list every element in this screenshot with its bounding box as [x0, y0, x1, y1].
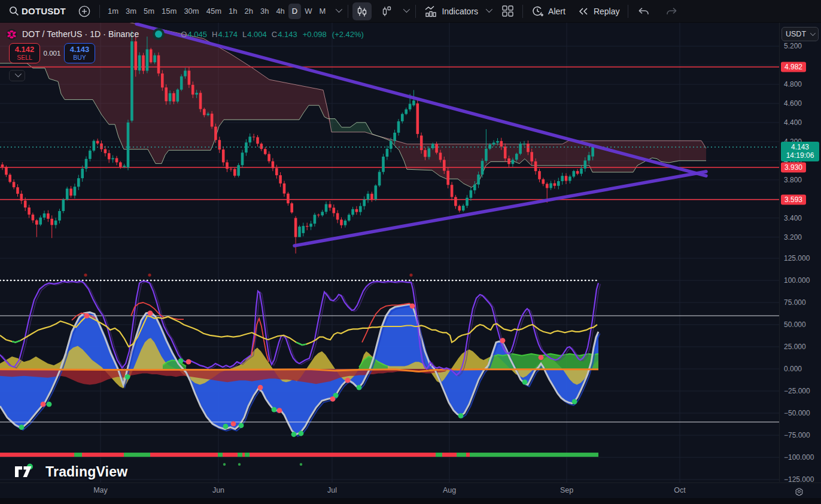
price-level-label: 3.593	[781, 194, 806, 204]
timeframe-1m[interactable]: 1m	[104, 4, 122, 19]
sell-button[interactable]: 4.142 SELL	[9, 43, 40, 63]
timeframe-1h[interactable]: 1h	[225, 4, 241, 19]
chart-style-candles-button[interactable]	[352, 2, 372, 20]
osc-tick: 100.000	[784, 276, 810, 285]
timeframe-menu-button[interactable]	[329, 3, 343, 20]
timeframe-W[interactable]: W	[301, 4, 315, 19]
chart-area[interactable]: USDT 5.2005.0004.8004.6004.4004.2004.000…	[0, 23, 821, 504]
toolbar-separator	[628, 5, 628, 18]
watermark-text: TradingView	[45, 464, 127, 480]
squeeze-strip	[0, 453, 598, 457]
symbol-search-button[interactable]: DOTUSDT	[5, 3, 72, 20]
redo-button[interactable]	[661, 3, 683, 20]
change-value: +0.098	[303, 30, 327, 39]
order-panel: 4.142 SELL 0.001 4.143 BUY	[9, 43, 95, 63]
timeframe-4h[interactable]: 4h	[272, 4, 288, 19]
replay-rewind-icon	[577, 6, 589, 17]
toolbar-separator	[348, 5, 348, 18]
price-level-label: 4.982	[781, 62, 806, 72]
ohlc-open: O4.045	[181, 30, 207, 39]
time-label-Jul: Jul	[327, 486, 337, 494]
search-icon	[9, 6, 19, 16]
collapse-panel-button[interactable]	[9, 70, 25, 81]
timeframe-D[interactable]: D	[288, 4, 301, 19]
time-label-Jun: Jun	[212, 486, 224, 494]
polkadot-logo-icon	[6, 29, 17, 40]
ohlc-low: L4.004	[242, 30, 267, 39]
open-value: 4.045	[187, 30, 207, 39]
replay-label: Replay	[594, 7, 620, 16]
price-tick: 5.200	[784, 42, 802, 50]
spread-value: 0.001	[40, 50, 64, 57]
buy-button[interactable]: 4.143 BUY	[64, 43, 95, 63]
grid-layout-icon	[501, 5, 514, 17]
tradingview-logo-icon	[14, 463, 38, 481]
indicators-button[interactable]: Indicators	[420, 3, 495, 20]
chevron-down-icon	[336, 6, 342, 13]
time-label-May: May	[93, 486, 108, 494]
alert-clock-icon	[531, 5, 544, 17]
ohlc-close: C4.143	[272, 30, 297, 39]
price-tick: 4.400	[784, 118, 802, 127]
compare-add-symbol-button[interactable]	[74, 3, 95, 20]
price-pane[interactable]	[0, 23, 779, 253]
price-axis[interactable]: USDT 5.2005.0004.8004.6004.4004.2004.000…	[779, 23, 821, 482]
plus-circle-icon	[78, 5, 91, 18]
undo-button[interactable]	[633, 3, 654, 20]
time-label-Aug: Aug	[443, 486, 456, 494]
replay-button[interactable]: Replay	[573, 3, 624, 20]
chevron-down-icon	[486, 6, 492, 13]
osc-tick: −25.000	[784, 387, 810, 395]
price-tick: 3.800	[784, 176, 802, 184]
timeframe-M[interactable]: M	[316, 4, 330, 19]
timeframe-row: 1m3m5m15m30m45m1h2h3h4hDWM	[104, 4, 329, 19]
toolbar-separator	[99, 5, 100, 18]
symbol-name: DOTUSDT	[19, 6, 68, 16]
currency-label: USDT	[786, 30, 806, 38]
ichimoku-cloud	[0, 23, 706, 187]
indicators-icon	[424, 5, 437, 17]
window-bottom-strip	[0, 498, 821, 504]
low-label: L	[242, 30, 247, 39]
gear-settings-icon[interactable]	[794, 487, 804, 497]
price-level-label: 3.930	[781, 163, 806, 173]
chart-pattern-tool-button[interactable]	[376, 3, 397, 20]
time-label-Sep: Sep	[560, 486, 573, 494]
timeframe-3h[interactable]: 3h	[257, 4, 272, 19]
timeframe-45m[interactable]: 45m	[203, 4, 225, 19]
undo-arrow-icon	[637, 6, 650, 17]
timeframe-3m[interactable]: 3m	[122, 4, 140, 19]
ohlc-high: H4.174	[212, 30, 238, 39]
osc-tick: 0.000	[784, 365, 802, 373]
chart-style-menu-button[interactable]	[397, 3, 411, 20]
tradingview-app: DOTUSDT 1m3m5m15m30m45m1h2h3h4hDWM	[0, 0, 821, 504]
indicators-label: Indicators	[442, 7, 478, 16]
alert-button[interactable]: Alert	[527, 3, 570, 20]
chevron-down-icon	[810, 30, 816, 36]
time-label-Oct: Oct	[674, 486, 685, 494]
oscillator-pane[interactable]	[0, 253, 779, 482]
candlestick-chart-icon	[356, 5, 368, 17]
close-label: C	[272, 30, 277, 39]
alert-label: Alert	[548, 7, 565, 16]
currency-toggle-button[interactable]: USDT	[782, 27, 819, 41]
timeframe-5m[interactable]: 5m	[140, 4, 158, 19]
timeframe-30m[interactable]: 30m	[180, 4, 202, 19]
time-axis[interactable]: MayJunJulAugSepOct	[0, 482, 821, 498]
sell-price: 4.142	[15, 45, 35, 54]
tradingview-watermark[interactable]: TradingView	[14, 463, 127, 481]
toolbar-separator	[522, 5, 523, 18]
oscillator-areas	[0, 304, 600, 436]
data-status-dot-icon[interactable]	[152, 28, 165, 41]
timeframe-15m[interactable]: 15m	[158, 4, 180, 19]
symbol-title[interactable]: DOT / TetherUS · 1D · Binance	[22, 29, 139, 39]
candle-pattern-icon	[381, 5, 393, 17]
chart-legend[interactable]: DOT / TetherUS · 1D · Binance O4.045 H4.…	[6, 28, 364, 41]
change-percent: (+2.42%)	[332, 30, 364, 39]
layout-grid-button[interactable]	[497, 3, 518, 20]
timeframe-2h[interactable]: 2h	[241, 4, 256, 19]
sell-label: SELL	[17, 54, 32, 61]
osc-tick: 125.000	[784, 254, 810, 262]
high-value: 4.174	[218, 30, 238, 39]
osc-tick: −75.000	[784, 431, 810, 439]
